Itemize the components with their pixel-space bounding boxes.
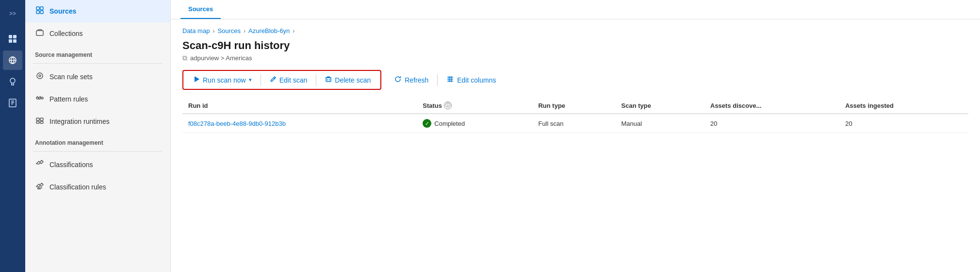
edit-scan-label: Edit scan [279, 76, 308, 84]
sidebar-scan-rule-sets-label: Scan rule sets [49, 73, 93, 81]
svg-rect-22 [326, 78, 331, 82]
status-cell: ✓ Completed [417, 114, 532, 133]
sidebar-collections-label: Collections [49, 30, 82, 37]
svg-rect-20 [40, 121, 43, 123]
columns-icon [446, 75, 454, 85]
sidebar-item-integration-runtimes[interactable]: Integration runtimes [25, 110, 170, 133]
status-info-icon[interactable]: ⓘ [444, 102, 452, 109]
main-content: Sources Data map › Sources › AzureBlob-6… [171, 0, 980, 272]
delete-icon [325, 76, 332, 84]
page-title: Scan-c9H run history [182, 39, 968, 52]
breadcrumb-sep-2: › [244, 28, 245, 34]
col-header-status: Status ⓘ [417, 98, 532, 114]
sidebar-classifications-label: Classifications [49, 161, 93, 169]
delete-scan-label: Delete scan [335, 76, 371, 84]
run-id-cell: f08c278a-beeb-4e88-9db0-912b3b [182, 114, 417, 133]
expand-rail-icon[interactable]: >> [3, 4, 22, 23]
run-history-table: Run id Status ⓘ Run type Scan ty [182, 98, 968, 133]
edit-columns-label: Edit columns [457, 76, 496, 84]
pattern-rules-icon [35, 94, 45, 104]
sidebar-classification-rules-label: Classification rules [49, 183, 106, 191]
sidebar-item-pattern-rules[interactable]: Pattern rules [25, 88, 170, 110]
svg-rect-1 [13, 35, 16, 38]
subtitle-text: adpurview > Americas [190, 54, 252, 62]
insights-rail-icon[interactable] [3, 72, 22, 91]
svg-point-16 [41, 97, 43, 99]
col-header-assets-discovered: Assets discove... [704, 98, 839, 114]
sidebar-item-classification-rules[interactable]: Classification rules [25, 176, 170, 198]
divider-2 [33, 151, 163, 152]
table-row: f08c278a-beeb-4e88-9db0-912b3b ✓ Complet… [182, 114, 968, 133]
svg-rect-0 [9, 35, 12, 38]
breadcrumb: Data map › Sources › AzureBlob-6yn › [182, 27, 968, 34]
run-scan-now-button[interactable]: Run scan now ▾ [186, 73, 259, 87]
sidebar: Sources Collections Source management Sc… [25, 0, 171, 272]
svg-point-13 [39, 75, 41, 77]
col-header-assets-ingested: Assets ingested [839, 98, 968, 114]
svg-rect-7 [36, 7, 39, 10]
primary-actions-group: Run scan now ▾ Edit scan [182, 70, 381, 90]
scan-rule-sets-icon [35, 71, 45, 82]
status-label: Completed [434, 120, 465, 127]
sidebar-item-scan-rule-sets[interactable]: Scan rule sets [25, 66, 170, 88]
sources-icon [35, 6, 45, 17]
breadcrumb-datamap[interactable]: Data map [182, 27, 210, 34]
classification-rules-icon [35, 182, 45, 192]
svg-rect-17 [36, 118, 39, 120]
sidebar-item-sources[interactable]: Sources [25, 0, 170, 22]
scan-type-cell: Manual [616, 114, 705, 133]
content-area: Data map › Sources › AzureBlob-6yn › Sca… [171, 19, 980, 272]
breadcrumb-azureblob[interactable]: AzureBlob-6yn [248, 27, 290, 34]
svg-point-12 [37, 73, 43, 79]
run-scan-now-label: Run scan now [203, 76, 246, 84]
source-management-section: Source management [25, 45, 170, 61]
home-rail-icon[interactable] [3, 29, 22, 49]
play-icon [193, 76, 200, 84]
sidebar-pattern-rules-label: Pattern rules [49, 95, 88, 103]
tab-sources[interactable]: Sources [180, 0, 221, 19]
breadcrumb-sep-3: › [293, 28, 294, 34]
run-id-link[interactable]: f08c278a-beeb-4e88-9db0-912b3b [188, 120, 286, 127]
sidebar-sources-label: Sources [49, 7, 76, 15]
svg-rect-19 [36, 121, 39, 123]
svg-rect-18 [40, 118, 43, 120]
col-header-run-id: Run id [182, 98, 417, 114]
refresh-button[interactable]: Refresh [387, 72, 435, 87]
copy-icon[interactable]: ⧉ [182, 54, 187, 62]
assets-ingested-cell: 20 [839, 114, 968, 133]
outer-sep [437, 74, 438, 86]
sidebar-item-classifications[interactable]: Classifications [25, 153, 170, 176]
edit-columns-button[interactable]: Edit columns [440, 72, 503, 87]
tab-sources-label: Sources [188, 5, 213, 13]
run-scan-chevron-icon: ▾ [249, 77, 252, 83]
svg-rect-11 [36, 31, 43, 35]
secondary-actions-group: Refresh Edit columns [387, 72, 503, 87]
icon-rail: >> [0, 0, 25, 272]
svg-rect-10 [40, 11, 43, 14]
divider-1 [33, 63, 163, 64]
datamap-rail-icon[interactable] [3, 51, 22, 70]
action-row: Run scan now ▾ Edit scan [182, 70, 968, 90]
status-completed-icon: ✓ [423, 119, 431, 128]
delete-scan-button[interactable]: Delete scan [318, 73, 377, 87]
svg-marker-21 [195, 76, 199, 82]
assets-discovered-cell: 20 [704, 114, 839, 133]
run-type-cell: Full scan [532, 114, 615, 133]
sidebar-integration-runtimes-label: Integration runtimes [49, 118, 110, 125]
page-subtitle: ⧉ adpurview > Americas [182, 54, 968, 62]
breadcrumb-sep-1: › [212, 28, 214, 34]
col-header-scan-type: Scan type [616, 98, 705, 114]
edit-scan-button[interactable]: Edit scan [263, 73, 314, 87]
glossary-rail-icon[interactable] [3, 93, 22, 113]
sidebar-item-collections[interactable]: Collections [25, 22, 170, 45]
collections-icon [35, 28, 45, 39]
svg-rect-8 [40, 7, 43, 10]
breadcrumb-sources[interactable]: Sources [217, 27, 241, 34]
svg-rect-6 [9, 99, 16, 107]
svg-rect-9 [36, 11, 39, 14]
annotation-management-section: Annotation management [25, 133, 170, 149]
refresh-icon [394, 75, 402, 85]
toolbar-sep-1 [261, 74, 261, 86]
svg-rect-3 [13, 39, 16, 43]
svg-rect-2 [9, 39, 12, 43]
